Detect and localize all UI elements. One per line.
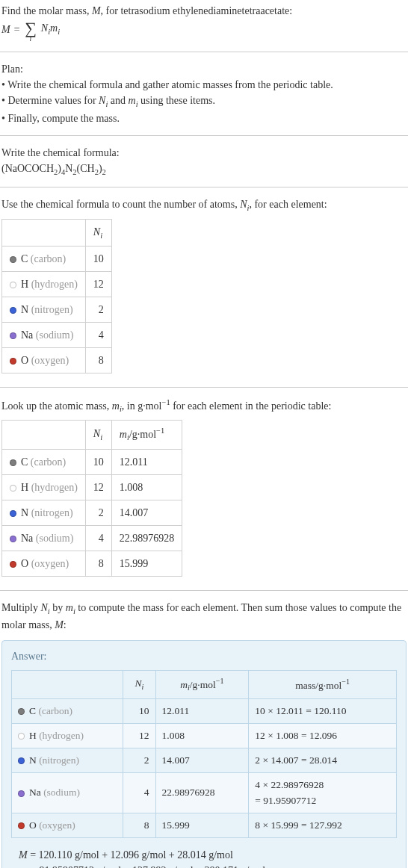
count-heading: Use the chemical formula to count the nu…	[1, 196, 407, 214]
empty-header	[12, 671, 123, 698]
element-name: (sodium)	[36, 533, 74, 544]
element-name: (hydrogen)	[31, 482, 78, 493]
element-symbol: O	[29, 819, 37, 831]
table-header-row: Ni	[2, 219, 112, 247]
element-cell: N (nitrogen)	[12, 748, 123, 773]
eq-lhs: M	[1, 22, 10, 37]
problem-text-2: , for tetrasodium ethylenediaminetetraac…	[101, 5, 293, 16]
mi-h-a: m	[120, 429, 127, 440]
mult-m: m	[66, 602, 73, 613]
table-row: O (oxygen)815.999	[2, 551, 182, 576]
final-line2: + 91.95907712 g/mol + 127.992 g/mol = 38…	[31, 865, 265, 868]
element-symbol: H	[21, 279, 28, 290]
ni-cell: 4	[123, 773, 155, 813]
mi-cell: 14.007	[155, 748, 249, 773]
table-row: H (hydrogen)121.00812 × 1.008 = 12.096	[12, 723, 397, 748]
mi-cell: 14.007	[111, 500, 182, 525]
ans-mass-b: −1	[341, 678, 350, 686]
table-header-row: Ni mi/g·mol−1 mass/g·mol−1	[12, 671, 397, 698]
eq-equals: =	[13, 22, 20, 37]
ni-cell: 10	[85, 247, 111, 272]
element-dot-icon	[18, 822, 25, 829]
plan-b2-a: • Determine values for	[1, 95, 99, 106]
problem-var-M: M	[92, 5, 101, 16]
element-dot-icon	[18, 790, 25, 797]
count-h-a: Use the chemical formula to count the nu…	[1, 199, 240, 210]
ni-cell: 4	[85, 525, 111, 551]
mass-h-e: −1	[161, 398, 170, 406]
element-symbol: Na	[29, 787, 41, 798]
element-name: (sodium)	[43, 787, 80, 798]
mi-cell: 15.999	[111, 551, 182, 576]
ni-h-b: i	[100, 231, 102, 239]
plan-b2-and: and	[108, 95, 128, 106]
ni-cell: 8	[123, 813, 155, 837]
element-dot-icon	[10, 358, 16, 365]
table-row: C (carbon)1012.011	[2, 449, 182, 474]
empty-header	[2, 421, 86, 449]
ni-cell: 12	[85, 474, 111, 500]
table-row: C (carbon)10	[2, 247, 112, 272]
ans-mass-a: mass/g·mol	[295, 679, 341, 690]
element-name: (nitrogen)	[31, 304, 73, 315]
table-row: C (carbon)1012.01110 × 12.011 = 120.110	[12, 698, 397, 723]
final-M: M	[19, 849, 28, 861]
element-name: (carbon)	[38, 705, 72, 716]
table-header-row: Ni mi/g·mol−1	[2, 421, 182, 449]
answer-label: Answer:	[11, 648, 397, 664]
ans-ni-b: i	[141, 683, 143, 691]
element-cell: N (nitrogen)	[2, 297, 86, 323]
element-dot-icon	[10, 256, 16, 263]
count-h-N: N	[240, 199, 247, 210]
table-row: Na (sodium)422.98976928	[2, 525, 182, 551]
plan-bullet-3: • Finally, compute the mass.	[1, 111, 407, 126]
ans-mi-a: m	[180, 679, 188, 690]
mass-calc-cell: 10 × 12.011 = 120.110	[249, 698, 397, 723]
divider	[0, 590, 408, 591]
element-cell: O (oxygen)	[12, 813, 123, 837]
divider	[0, 187, 408, 187]
element-symbol: C	[29, 705, 36, 716]
element-dot-icon	[10, 510, 16, 517]
mult-by: by	[50, 602, 66, 613]
ni-cell: 2	[123, 748, 155, 773]
element-symbol: Na	[21, 329, 33, 341]
ni-cell: 10	[123, 698, 155, 723]
mi-cell: 22.98976928	[111, 525, 182, 551]
element-name: (carbon)	[31, 456, 66, 468]
element-dot-icon	[10, 536, 16, 542]
mass-section: Look up the atomic mass, mi, in g·mol−1 …	[0, 394, 408, 583]
ni-cell: 10	[85, 449, 111, 474]
mult-a: Multiply	[1, 602, 41, 613]
count-h-d: , for each element:	[249, 199, 327, 210]
mass-heading: Look up the atomic mass, mi, in g·mol−1 …	[1, 397, 407, 415]
element-symbol: C	[21, 456, 28, 468]
element-cell: O (oxygen)	[2, 348, 86, 373]
element-cell: C (carbon)	[12, 698, 123, 723]
mi-cell: 1.008	[155, 723, 249, 748]
ans-mi-d: −1	[216, 677, 224, 685]
plan-section: Plan: • Write the chemical formula and g…	[0, 58, 408, 129]
ni-cell: 2	[85, 297, 111, 323]
element-dot-icon	[10, 561, 16, 568]
element-name: (sodium)	[36, 329, 74, 341]
element-name: (nitrogen)	[39, 754, 79, 766]
element-dot-icon	[18, 757, 25, 764]
mass-table: Ni mi/g·mol−1 C (carbon)1012.011 H (hydr…	[1, 420, 182, 576]
ans-mi-c: /g·mol	[190, 679, 216, 690]
final-equation: M = 120.110 g/mol + 12.096 g/mol + 28.01…	[11, 847, 397, 868]
mi-cell: 12.011	[155, 698, 249, 723]
chem-heading: Write the chemical formula:	[1, 145, 407, 161]
mass-h-m: m	[112, 400, 120, 412]
cf-1: (NaOCOCH	[1, 163, 54, 174]
final-line1: = 120.110 g/mol + 12.096 g/mol + 28.014 …	[28, 849, 233, 861]
mass-h-d: , in g·mol	[122, 400, 162, 412]
mass-calc-cell: 8 × 15.999 = 127.992	[249, 813, 397, 837]
element-name: (carbon)	[31, 253, 66, 264]
cf-10: 2	[102, 167, 106, 176]
mult-M: M	[55, 619, 64, 630]
element-symbol: O	[21, 558, 28, 569]
mi-cell: 1.008	[111, 474, 182, 500]
element-symbol: N	[21, 304, 28, 315]
element-dot-icon	[10, 459, 16, 466]
